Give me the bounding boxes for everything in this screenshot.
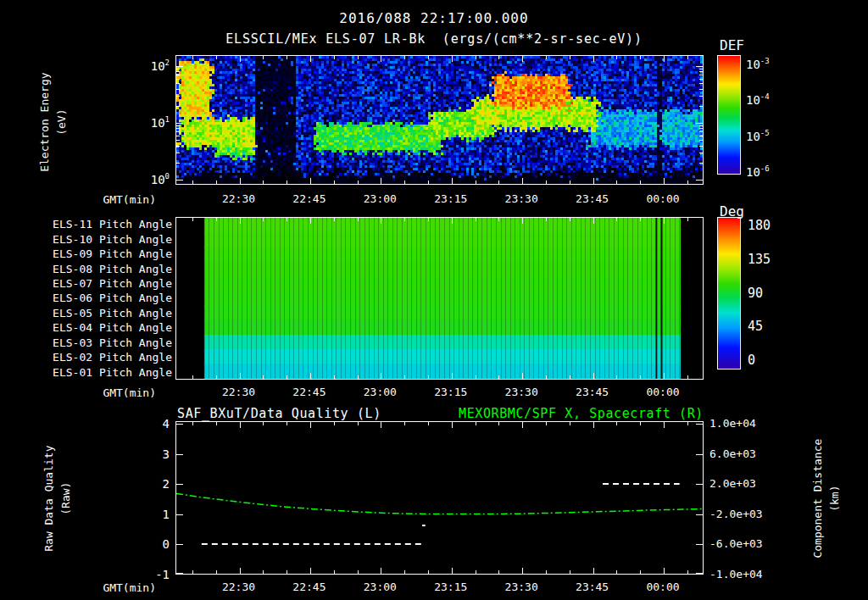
panel3-left-axis-label: Raw Data Quality (Raw) <box>41 414 75 583</box>
panel3-right-axis-label-line2: (km) <box>826 414 843 583</box>
x-tick-label: 23:15 <box>426 581 476 593</box>
pitch-angle-row-label: ELS-01 Pitch Angle <box>15 366 172 379</box>
panel3-right-tick-label: -1.0e+04 <box>709 568 763 581</box>
els-data-display: 2016/088 22:17:00.000 ELSSCIL/MEx ELS-07… <box>0 0 868 600</box>
x-tick-label: 23:15 <box>426 386 476 398</box>
def-colorbar <box>717 55 741 175</box>
panel3-left-tick-label: -1 <box>125 568 170 581</box>
panel1-y-tick-label: 100 <box>124 172 170 186</box>
pitch-angle-row-label: ELS-09 Pitch Angle <box>15 247 172 260</box>
pitch-angle-row-label: ELS-11 Pitch Angle <box>15 218 172 231</box>
deg-colorbar-tick-label: 180 <box>748 218 771 233</box>
panel3-right-title: MEXORBMC/SPF X, Spacecraft (R) <box>364 406 704 421</box>
panel3-left-axis-label-line1: Raw Data Quality <box>41 414 58 583</box>
x-tick-label: 23:45 <box>567 192 618 205</box>
def-colorbar-tick-label: 10-4 <box>746 92 770 107</box>
x-tick-label: 23:30 <box>496 192 547 205</box>
x-tick-label: 23:00 <box>354 581 405 593</box>
x-tick-label: 23:45 <box>567 386 618 398</box>
panel1-y-axis-label-line2: (eV) <box>53 37 70 207</box>
def-colorbar-label: DEF <box>720 37 744 53</box>
x-tick-label: 22:45 <box>284 386 335 398</box>
panel3-right-axis-label-line1: Component Distance <box>810 414 826 583</box>
deg-colorbar <box>717 217 741 369</box>
x-tick-label: 22:30 <box>214 581 264 593</box>
deg-colorbar-tick-label: 45 <box>748 319 763 334</box>
pitch-angle-row-label: ELS-08 Pitch Angle <box>15 263 172 275</box>
x-tick-label: 23:45 <box>567 581 618 593</box>
panel1-y-axis-label-line1: Electron Energy <box>36 37 53 207</box>
x-tick-label: 23:30 <box>496 386 547 398</box>
def-colorbar-tick-label: 10-5 <box>746 129 770 143</box>
x-tick-label: 00:00 <box>637 386 688 398</box>
panel1-y-tick-label: 101 <box>124 115 170 130</box>
gmt-label-panel1: GMT(min) <box>88 193 156 206</box>
x-tick-label: 00:00 <box>637 581 688 593</box>
x-tick-label: 00:00 <box>637 192 688 205</box>
panel3-right-axis-label: Component Distance (km) <box>810 414 843 583</box>
x-tick-label: 23:30 <box>496 581 547 593</box>
spectrogram-canvas <box>176 56 703 184</box>
panel3-left-tick-label: 2 <box>125 477 170 491</box>
def-colorbar-tick-label: 10-6 <box>746 164 770 179</box>
x-tick-label: 22:30 <box>214 386 264 398</box>
x-tick-label: 22:45 <box>284 192 335 205</box>
panel3-left-axis-label-line2: (Raw) <box>58 414 75 583</box>
pitch-angle-row-label: ELS-07 Pitch Angle <box>15 277 172 290</box>
pitch-angle-panel <box>175 217 704 380</box>
gmt-label-panel2: GMT(min) <box>88 386 156 399</box>
pitch-angle-row-label: ELS-04 Pitch Angle <box>15 321 172 334</box>
gmt-label-panel3: GMT(min) <box>88 581 156 594</box>
pitch-angle-row-label: ELS-10 Pitch Angle <box>15 233 172 246</box>
pitch-angle-canvas <box>176 218 703 379</box>
panel1-y-tick-label: 102 <box>124 58 170 73</box>
pitch-angle-row-label: ELS-02 Pitch Angle <box>15 351 172 364</box>
x-tick-label: 23:00 <box>354 192 405 205</box>
x-tick-label: 23:00 <box>354 386 405 398</box>
panel3-left-tick-label: 4 <box>125 417 170 431</box>
pitch-angle-row-label: ELS-05 Pitch Angle <box>15 307 172 319</box>
x-tick-label: 22:45 <box>284 581 335 593</box>
panel3-left-tick-label: 1 <box>125 508 170 521</box>
panel3-left-tick-label: 3 <box>125 447 170 461</box>
panel3-left-tick-label: 0 <box>125 537 170 551</box>
deg-colorbar-tick-label: 0 <box>748 353 755 368</box>
panel3-right-tick-label: 1.0e+04 <box>709 417 756 430</box>
x-tick-label: 22:30 <box>214 192 264 205</box>
quality-distance-plot <box>175 421 704 575</box>
panel3-right-tick-label: 6.0e+03 <box>709 447 756 460</box>
x-tick-label: 23:15 <box>426 192 476 205</box>
pitch-angle-row-label: ELS-06 Pitch Angle <box>15 292 172 304</box>
panel3-right-tick-label: 2.0e+03 <box>709 477 756 490</box>
def-colorbar-tick-label: 10-3 <box>746 57 770 71</box>
electron-energy-spectrogram <box>175 55 704 185</box>
deg-colorbar-tick-label: 90 <box>748 286 763 301</box>
line-plot-canvas <box>176 422 703 574</box>
pitch-angle-row-label: ELS-03 Pitch Angle <box>15 336 172 349</box>
panel3-right-tick-label: -2.0e+03 <box>709 508 763 520</box>
panel3-left-title: SAF_BXuT/Data Quality (L) <box>177 406 381 421</box>
panel3-right-tick-label: -6.0e+03 <box>709 537 763 550</box>
panel1-y-axis-label: Electron Energy (eV) <box>36 37 70 207</box>
timestamp-title: 2016/088 22:17:00.000 <box>0 10 868 26</box>
deg-colorbar-label: Deg <box>720 203 744 219</box>
deg-colorbar-tick-label: 135 <box>748 252 771 267</box>
